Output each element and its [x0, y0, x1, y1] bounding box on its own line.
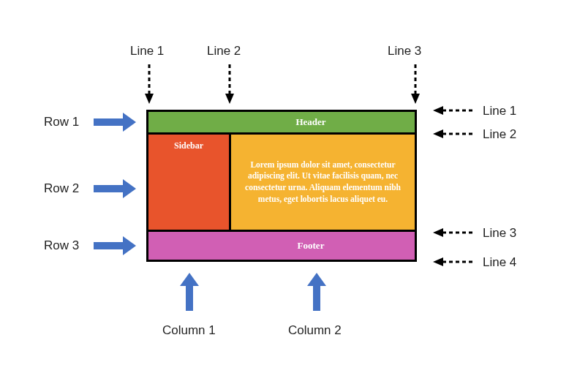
top-line3-label: Line 3 — [388, 44, 421, 59]
svg-marker-22 — [307, 273, 326, 286]
row2-arrow — [94, 179, 137, 198]
top-line2-label: Line 2 — [207, 44, 241, 59]
svg-marker-1 — [145, 94, 154, 104]
svg-marker-9 — [123, 179, 136, 198]
svg-rect-6 — [94, 118, 123, 126]
row1-arrow — [94, 113, 137, 132]
right-line2-label: Line 2 — [483, 127, 516, 142]
sidebar-cell: Sidebar — [148, 135, 229, 230]
footer-label: Footer — [298, 240, 325, 252]
svg-marker-19 — [433, 257, 443, 266]
right-line3-label: Line 3 — [483, 226, 516, 241]
content-cell: Lorem ipsum dolor sit amet, consectetur … — [231, 135, 415, 230]
right-line2-arrow — [431, 129, 472, 138]
top-line3-arrow — [411, 64, 420, 105]
row2-label: Row 2 — [44, 181, 79, 196]
col2-arrow — [307, 273, 326, 311]
top-line2-arrow — [225, 64, 234, 105]
right-line4-arrow — [431, 257, 472, 266]
right-line1-arrow — [431, 106, 472, 115]
col2-label: Column 2 — [288, 323, 342, 338]
row3-arrow — [94, 236, 137, 255]
footer-cell: Footer — [148, 232, 415, 260]
header-cell: Header — [148, 112, 415, 132]
svg-rect-21 — [186, 286, 193, 311]
right-line1-label: Line 1 — [483, 104, 516, 118]
svg-rect-10 — [94, 242, 123, 249]
svg-marker-13 — [433, 106, 443, 115]
row3-label: Row 3 — [44, 238, 79, 253]
col1-arrow — [180, 273, 199, 311]
header-label: Header — [295, 116, 325, 128]
row1-label: Row 1 — [44, 115, 79, 129]
svg-rect-23 — [313, 286, 320, 311]
right-line3-arrow — [431, 228, 472, 237]
top-line1-label: Line 1 — [130, 44, 164, 59]
col1-label: Column 1 — [162, 323, 216, 338]
svg-rect-8 — [94, 185, 123, 192]
right-line4-label: Line 4 — [483, 255, 516, 270]
layout-grid: Header Sidebar Lorem ipsum dolor sit ame… — [146, 110, 417, 262]
svg-marker-3 — [225, 94, 234, 104]
svg-marker-11 — [123, 236, 136, 255]
svg-marker-7 — [123, 113, 136, 132]
svg-marker-5 — [411, 94, 420, 104]
sidebar-label: Sidebar — [174, 140, 203, 151]
svg-marker-20 — [180, 273, 199, 286]
svg-marker-15 — [433, 129, 443, 138]
svg-marker-17 — [433, 228, 443, 237]
content-text: Lorem ipsum dolor sit amet, consectetur … — [234, 159, 412, 205]
top-line1-arrow — [145, 64, 154, 105]
